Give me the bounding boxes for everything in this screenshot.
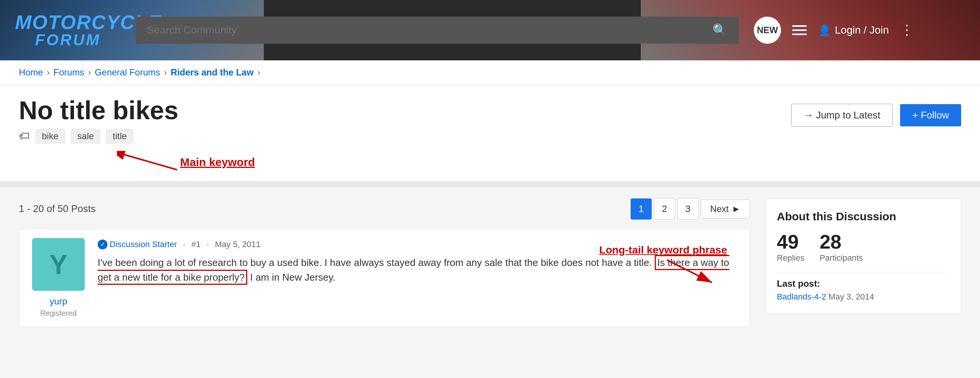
breadcrumb-sep3: › [164,67,167,78]
tag-sale[interactable]: sale [71,129,100,144]
pagination: 1 2 3 Next ► [631,198,750,220]
main-keyword-annotation: Main keyword [117,151,980,174]
post-author-sidebar: Y yurp Registered [28,238,89,317]
post-number: #1 [191,239,200,249]
site-header: MOTORCYCLE FORUM 🔍 NEW 👤 Login / Join ⋮ [0,0,980,61]
tag-bike[interactable]: bike [35,129,65,144]
meta-separator2: · [207,239,209,249]
posts-main: 1 - 20 of 50 Posts 1 2 3 Next ► Y yurp R… [19,198,750,327]
last-post-author[interactable]: Badlands-4-2 [777,292,826,301]
longtail-keyword-label: Long-tail keyword phrase [599,244,727,256]
posts-section: 1 - 20 of 50 Posts 1 2 3 Next ► Y yurp R… [0,187,980,338]
logo-line1: MOTORCYCLE [15,13,121,32]
svg-line-1 [124,155,177,170]
sidebar-card: About this Discussion 49 Replies 28 Part… [765,198,961,314]
jump-to-latest-button[interactable]: → Jump to Latest [791,104,893,127]
main-keyword-label: Main keyword [180,156,255,169]
logo-line2: FORUM [15,32,121,48]
search-icon[interactable]: 🔍 [713,23,727,37]
more-options-icon[interactable]: ⋮ [900,22,915,38]
title-left: No title bikes 🏷 bike sale title [19,96,178,144]
annotation-area: Main keyword [0,151,980,181]
author-role: Registered [40,309,77,317]
last-post-date: May 3, 2014 [829,292,874,301]
breadcrumb-sep1: › [47,67,50,78]
tag-icon: 🏷 [19,130,29,142]
breadcrumb-forums[interactable]: Forums [54,67,84,78]
user-icon: 👤 [818,24,831,37]
avatar: Y [32,238,85,291]
longtail-annotation: Long-tail keyword phrase [599,244,727,286]
longtail-arrow [659,256,727,286]
search-bar[interactable]: 🔍 [136,17,739,44]
breadcrumb-sep4: › [258,67,261,78]
breadcrumb-sep2: › [88,67,91,78]
post-card: Y yurp Registered ✓ Discussion Starter ·… [19,229,750,327]
breadcrumb-home[interactable]: Home [19,67,43,78]
follow-button[interactable]: + Follow [900,104,961,126]
participants-count: 28 [819,232,863,252]
login-button[interactable]: 👤 Login / Join [818,24,889,37]
replies-label: Replies [777,253,804,263]
page-3-button[interactable]: 3 [677,198,698,220]
title-section: No title bikes 🏷 bike sale title → Jump … [0,85,980,151]
next-label: Next [710,204,729,214]
breadcrumb: Home › Forums › General Forums › Riders … [19,67,961,78]
replies-count: 49 [777,232,804,252]
participants-stat: 28 Participants [819,232,863,263]
title-actions: → Jump to Latest + Follow [791,96,961,127]
search-input[interactable] [147,24,705,36]
section-divider [0,181,980,187]
sidebar-stats: 49 Replies 28 Participants [777,232,950,263]
new-badge[interactable]: NEW [754,17,781,44]
replies-stat: 49 Replies [777,232,804,263]
participants-label: Participants [819,253,863,263]
check-icon: ✓ [98,239,107,249]
svg-line-3 [667,260,712,282]
sidebar-divider [777,272,950,273]
last-post-label: Last post: [777,278,950,289]
sidebar: About this Discussion 49 Replies 28 Part… [765,198,961,327]
meta-separator1: · [183,239,185,249]
breadcrumb-current[interactable]: Riders and the Law [171,67,254,78]
page-2-button[interactable]: 2 [654,198,675,220]
tags-row: 🏷 bike sale title [19,129,178,144]
breadcrumb-general-forums[interactable]: General Forums [95,67,160,78]
breadcrumb-bar: Home › Forums › General Forums › Riders … [0,61,980,85]
last-post-info: Badlands-4-2 May 3, 2014 [777,292,950,302]
menu-icon[interactable] [792,25,807,35]
page-title: No title bikes [19,96,178,124]
next-page-button[interactable]: Next ► [701,199,750,219]
posts-header: 1 - 20 of 50 Posts 1 2 3 Next ► [19,198,750,220]
main-keyword-arrow [117,151,177,174]
post-date: May 5, 2011 [215,239,261,249]
page-1-button[interactable]: 1 [631,198,652,220]
post-text-before: I've been doing a lot of research to buy… [98,257,652,268]
tag-title[interactable]: title [106,129,133,144]
site-logo[interactable]: MOTORCYCLE FORUM [15,13,121,48]
posts-count: 1 - 20 of 50 Posts [19,203,96,215]
author-name[interactable]: yurp [50,296,67,307]
next-arrow-icon: ► [732,204,741,214]
discussion-starter-badge: ✓ Discussion Starter [98,239,177,249]
sidebar-title: About this Discussion [777,210,950,223]
header-actions: NEW 👤 Login / Join ⋮ [754,17,915,44]
post-text-after: I am in New Jersey. [250,272,335,283]
